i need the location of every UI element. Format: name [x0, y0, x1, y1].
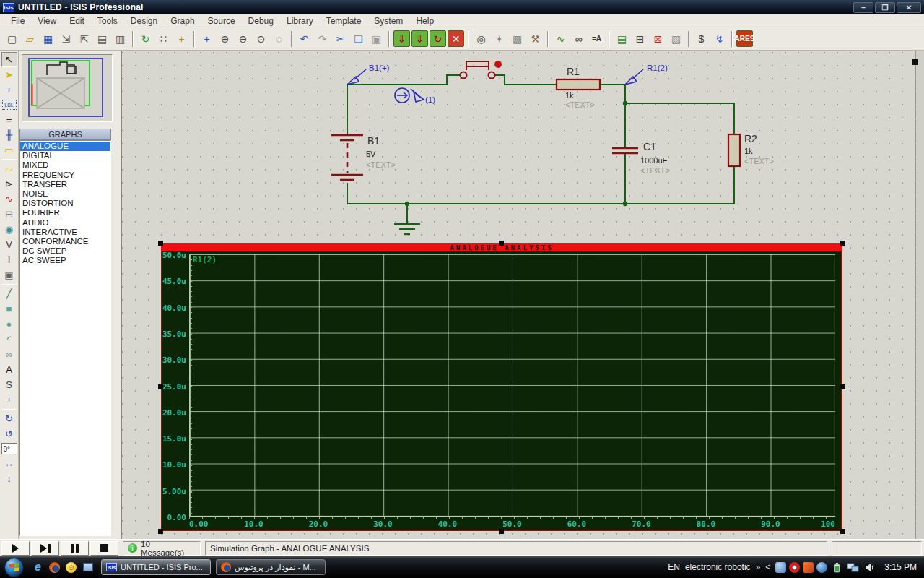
- open-file-icon[interactable]: ▱: [22, 30, 38, 47]
- generator-mode-icon[interactable]: ◉: [1, 222, 17, 237]
- import-section-icon[interactable]: ⇲: [58, 30, 74, 47]
- menu-system[interactable]: System: [367, 16, 409, 26]
- grid-toggle-icon[interactable]: ∷: [155, 30, 172, 47]
- overflow-chevron-icon[interactable]: »: [756, 562, 761, 572]
- menu-debug[interactable]: Debug: [242, 16, 280, 26]
- graph-type-dc-sweep[interactable]: DC SWEEP: [20, 246, 110, 256]
- play-button[interactable]: [1, 541, 30, 556]
- resize-handle-ne[interactable]: [840, 241, 845, 246]
- tray-app-sphere-icon[interactable]: [816, 562, 827, 573]
- graph-type-audio[interactable]: AUDIO: [20, 218, 110, 228]
- start-button[interactable]: [4, 558, 24, 577]
- search-tag-icon[interactable]: ∞: [570, 30, 587, 47]
- 2d-box-icon[interactable]: ■: [1, 301, 17, 316]
- selection-pointer-icon[interactable]: ↖: [1, 52, 17, 67]
- network-icon[interactable]: [847, 562, 859, 573]
- origin-icon[interactable]: +: [173, 30, 190, 47]
- tray-app-orange-icon[interactable]: [803, 562, 814, 573]
- rotation-angle-field[interactable]: 0°: [1, 443, 17, 454]
- graph-type-distortion[interactable]: DISTORTION: [20, 199, 110, 208]
- 2d-marker-icon[interactable]: +: [1, 392, 17, 407]
- menu-tools[interactable]: Tools: [91, 16, 124, 26]
- wire-autorouter-icon[interactable]: ∿: [552, 30, 569, 47]
- collapse-chevron-icon[interactable]: <: [765, 562, 770, 572]
- resize-handle-e[interactable]: [840, 384, 845, 389]
- mirror-horizontal-icon[interactable]: ↔: [1, 456, 17, 471]
- cut-icon[interactable]: ✂: [332, 30, 349, 47]
- 2d-text-icon[interactable]: A: [1, 362, 17, 377]
- menu-file[interactable]: File: [4, 16, 31, 26]
- zoom-area-icon[interactable]: ◌: [271, 30, 287, 47]
- design-explorer-icon[interactable]: ▤: [614, 30, 630, 47]
- current-probe-1[interactable]: (1): [395, 88, 435, 104]
- battery-icon[interactable]: [832, 562, 842, 573]
- rotate-cw-icon[interactable]: ↻: [1, 411, 17, 426]
- subcircuit-mode-icon[interactable]: ▭: [1, 142, 17, 158]
- 2d-arc-icon[interactable]: ◜: [1, 332, 17, 347]
- pan-icon[interactable]: +: [199, 30, 215, 47]
- new-sheet-icon[interactable]: ⊞: [632, 30, 648, 47]
- pick-device-icon[interactable]: ◎: [473, 30, 489, 47]
- zoom-all-icon[interactable]: ⊙: [253, 30, 269, 47]
- remove-sheet-icon[interactable]: ⊠: [650, 30, 666, 47]
- rotate-ccw-icon[interactable]: ↺: [1, 426, 17, 441]
- voltage-probe-r1[interactable]: R1(2): [625, 64, 668, 85]
- taskbar-button-1[interactable]: isisUNTITLED - ISIS Pro...: [101, 559, 211, 575]
- bus-mode-icon[interactable]: ╫: [1, 127, 17, 142]
- pause-button[interactable]: [61, 541, 89, 556]
- netlist-to-ares-icon[interactable]: ARES: [736, 30, 753, 47]
- graph-mode-icon[interactable]: ∿: [1, 191, 17, 207]
- 2d-path-icon[interactable]: ∞: [1, 347, 17, 362]
- bill-of-materials-icon[interactable]: $: [693, 30, 710, 47]
- copy-icon[interactable]: ❏: [350, 30, 367, 47]
- component-mode-icon[interactable]: ➤: [1, 67, 17, 82]
- resize-handle-sw[interactable]: [158, 529, 163, 534]
- menu-design[interactable]: Design: [124, 16, 164, 26]
- messenger-icon[interactable]: ☺: [65, 561, 77, 574]
- schematic-canvas[interactable]: B1 5V <TEXT> R1 1k <TEXT>: [121, 51, 915, 539]
- voltage-probe-b1[interactable]: B1(+): [347, 64, 390, 85]
- title-bar[interactable]: isis UNTITLED - ISIS Professional: [0, 0, 924, 14]
- virtual-instruments-mode-icon[interactable]: ▣: [1, 267, 17, 282]
- electrical-rule-check-icon[interactable]: ↯: [711, 30, 728, 47]
- property-assignment-icon[interactable]: =A: [588, 30, 605, 47]
- analogue-analysis-graph[interactable]: ANALOGUE ANALYSIS R1(2) 50.0u45.0u40.0u3…: [161, 243, 842, 531]
- redraw-icon[interactable]: ↻: [137, 30, 154, 47]
- current-probe-mode-icon[interactable]: I: [1, 252, 17, 267]
- zoom-out-icon[interactable]: ⊖: [235, 30, 251, 47]
- component-resistor-r1[interactable]: R1 1k <TEXT>: [557, 66, 600, 109]
- tray-app-blue-icon[interactable]: [775, 562, 786, 573]
- component-battery-b1[interactable]: B1 5V <TEXT>: [331, 135, 396, 180]
- block-copy-icon[interactable]: ⇓: [393, 30, 410, 47]
- 2d-circle-icon[interactable]: ●: [1, 316, 17, 332]
- internet-explorer-icon[interactable]: e: [32, 561, 44, 574]
- tray-app-red-icon[interactable]: [789, 562, 800, 573]
- menu-edit[interactable]: Edit: [63, 16, 91, 26]
- graph-type-transfer[interactable]: TRANSFER: [20, 180, 110, 189]
- component-resistor-r2[interactable]: R2 1k <TEXT>: [728, 133, 774, 166]
- junction-dot-mode-icon[interactable]: +: [1, 82, 17, 98]
- make-device-icon[interactable]: ✶: [491, 30, 507, 47]
- minimize-button[interactable]: [853, 2, 873, 13]
- new-file-icon[interactable]: ▢: [4, 30, 20, 47]
- language-indicator[interactable]: EN: [668, 562, 680, 572]
- resize-handle-nw[interactable]: [158, 241, 163, 246]
- mirror-vertical-icon[interactable]: ↕: [1, 471, 17, 486]
- export-section-icon[interactable]: ⇱: [76, 30, 92, 47]
- graph-type-conformance[interactable]: CONFORMANCE: [20, 237, 110, 246]
- volume-icon[interactable]: [864, 562, 875, 573]
- menu-graph[interactable]: Graph: [164, 16, 201, 26]
- graph-type-ac-sweep[interactable]: AC SWEEP: [20, 256, 110, 265]
- 2d-symbol-icon[interactable]: S: [1, 377, 17, 392]
- print-icon[interactable]: ▤: [94, 30, 110, 47]
- resize-handle-w[interactable]: [158, 384, 163, 389]
- component-pushbutton[interactable]: [461, 61, 502, 79]
- block-move-icon[interactable]: ⇓: [411, 30, 428, 47]
- menu-source[interactable]: Source: [201, 16, 242, 26]
- graph-type-frequency[interactable]: FREQUENCY: [20, 171, 110, 180]
- undo-icon[interactable]: ↶: [296, 30, 313, 47]
- stop-button[interactable]: [90, 541, 118, 556]
- resize-handle-se[interactable]: [840, 529, 845, 534]
- taskbar-button-2[interactable]: نمودار در پروتيوس - M...: [216, 559, 326, 575]
- text-script-mode-icon[interactable]: ≡: [1, 112, 17, 127]
